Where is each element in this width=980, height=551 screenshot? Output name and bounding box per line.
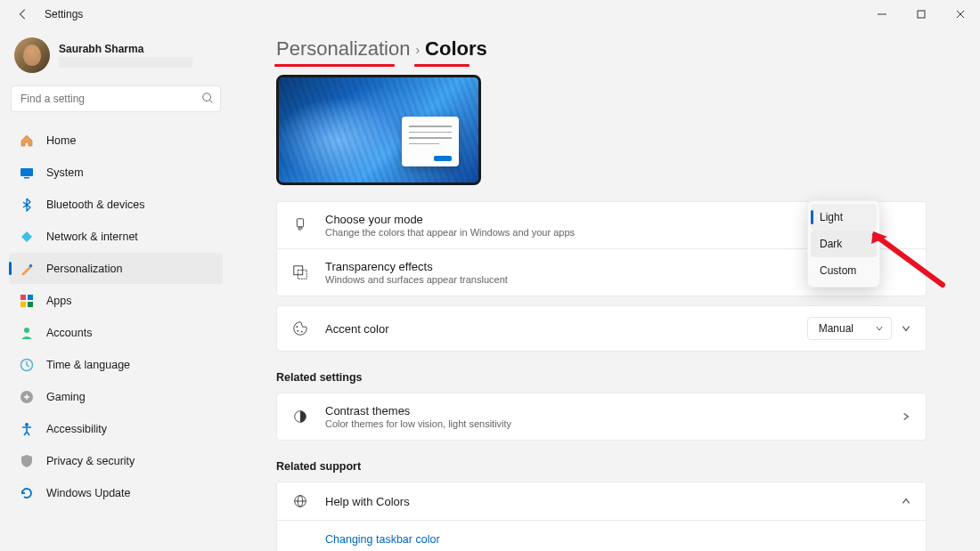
- personalization-icon: [20, 262, 34, 276]
- nav-label: Accessibility: [46, 423, 107, 435]
- sidebar: Saurabh Sharma Home System Bluetooth & d…: [0, 28, 232, 551]
- contrast-themes-card[interactable]: Contrast themes Color themes for low vis…: [276, 393, 927, 441]
- card-title: Accent color: [325, 322, 791, 336]
- profile-email: [59, 57, 192, 68]
- update-icon: [20, 486, 34, 500]
- theme-preview: [276, 75, 481, 185]
- dropdown-option-custom[interactable]: Custom: [811, 257, 877, 284]
- nav-label: Privacy & security: [46, 455, 135, 467]
- nav-label: Bluetooth & devices: [46, 199, 145, 211]
- minimize-button[interactable]: [862, 0, 902, 28]
- svg-point-20: [301, 331, 303, 333]
- mode-dropdown[interactable]: Light Dark Custom: [807, 200, 880, 288]
- search-input[interactable]: [11, 85, 221, 112]
- nav-label: Accounts: [46, 327, 92, 339]
- help-colors-card[interactable]: Help with Colors: [276, 482, 927, 520]
- svg-rect-1: [918, 11, 925, 18]
- nav-accounts[interactable]: Accounts: [9, 317, 223, 348]
- bluetooth-icon: [20, 198, 34, 212]
- nav-accessibility[interactable]: Accessibility: [9, 413, 223, 444]
- contrast-icon: [291, 409, 309, 425]
- system-icon: [20, 166, 34, 180]
- dropdown-option-light[interactable]: Light: [811, 204, 877, 231]
- dropdown-option-dark[interactable]: Dark: [811, 231, 877, 257]
- select-value: Manual: [819, 322, 853, 335]
- profile-block[interactable]: Saurabh Sharma: [9, 34, 223, 82]
- nav-privacy[interactable]: Privacy & security: [9, 445, 223, 476]
- nav-home[interactable]: Home: [9, 125, 223, 156]
- svg-rect-15: [297, 219, 303, 227]
- nav-label: Network & internet: [46, 231, 138, 243]
- annotation-underline: [414, 64, 470, 67]
- nav-label: Personalization: [46, 263, 122, 275]
- card-title: Help with Colors: [325, 495, 885, 508]
- globe-icon: [291, 493, 309, 509]
- svg-rect-9: [20, 302, 26, 307]
- nav-label: Time & language: [46, 359, 130, 371]
- card-title: Contrast themes: [325, 404, 885, 417]
- search-box: [11, 85, 221, 112]
- close-button[interactable]: [941, 0, 980, 28]
- accessibility-icon: [20, 422, 34, 436]
- nav-bluetooth[interactable]: Bluetooth & devices: [9, 189, 223, 220]
- back-button[interactable]: [14, 5, 32, 23]
- breadcrumb: Personalization › Colors: [276, 37, 927, 61]
- search-icon[interactable]: [201, 92, 214, 104]
- profile-name: Saurabh Sharma: [59, 43, 192, 55]
- accounts-icon: [20, 326, 34, 340]
- svg-rect-5: [24, 177, 29, 179]
- nav-apps[interactable]: Apps: [9, 285, 223, 316]
- nav-system[interactable]: System: [9, 157, 223, 188]
- related-settings-heading: Related settings: [276, 371, 927, 384]
- apps-icon: [20, 294, 34, 308]
- nav-label: Windows Update: [46, 487, 131, 499]
- breadcrumb-current: Colors: [425, 37, 487, 61]
- transparency-icon: [291, 264, 309, 280]
- titlebar: Settings: [0, 0, 980, 28]
- accent-mode-select[interactable]: Manual: [807, 317, 892, 340]
- accent-color-card[interactable]: Accent color Manual: [276, 305, 927, 352]
- nav-gaming[interactable]: Gaming: [9, 381, 223, 412]
- annotation-underline: [274, 64, 395, 67]
- network-icon: [20, 230, 34, 244]
- chevron-down-icon: [875, 324, 884, 333]
- svg-rect-4: [20, 168, 33, 176]
- content-area: Personalization › Colors Choose your mod…: [232, 28, 980, 551]
- nav-label: Gaming: [46, 391, 86, 403]
- svg-point-18: [297, 326, 298, 328]
- related-support-heading: Related support: [276, 460, 927, 473]
- svg-point-19: [297, 330, 298, 332]
- breadcrumb-parent[interactable]: Personalization: [276, 37, 410, 61]
- maximize-button[interactable]: [902, 0, 941, 28]
- taskbar-color-link[interactable]: Changing taskbar color: [325, 533, 440, 546]
- palette-icon: [291, 320, 309, 336]
- card-sub: Color themes for low vision, light sensi…: [325, 418, 885, 429]
- nav-update[interactable]: Windows Update: [9, 477, 223, 508]
- nav-label: System: [46, 166, 84, 179]
- privacy-icon: [20, 454, 34, 468]
- nav-network[interactable]: Network & internet: [9, 221, 223, 252]
- nav-list: Home System Bluetooth & devices Network …: [9, 125, 223, 508]
- chevron-down-icon[interactable]: [901, 323, 911, 334]
- nav-label: Home: [46, 134, 76, 147]
- brush-icon: [291, 217, 309, 233]
- avatar: [14, 37, 50, 73]
- nav-personalization[interactable]: Personalization: [9, 253, 223, 284]
- svg-rect-8: [28, 295, 33, 300]
- home-icon: [20, 134, 34, 148]
- taskbar-color-link-card[interactable]: Changing taskbar color: [276, 520, 927, 551]
- svg-line-3: [210, 101, 213, 103]
- gaming-icon: [20, 390, 34, 404]
- svg-point-11: [24, 328, 29, 333]
- chevron-right-icon: [901, 411, 911, 422]
- svg-point-2: [203, 93, 211, 101]
- time-icon: [20, 358, 34, 372]
- window-title: Settings: [45, 8, 83, 20]
- nav-time[interactable]: Time & language: [9, 349, 223, 380]
- nav-label: Apps: [46, 295, 72, 307]
- svg-rect-7: [20, 295, 26, 300]
- svg-point-14: [25, 423, 29, 426]
- chevron-right-icon: ›: [415, 41, 420, 57]
- chevron-up-icon[interactable]: [901, 496, 911, 506]
- svg-rect-10: [28, 302, 33, 307]
